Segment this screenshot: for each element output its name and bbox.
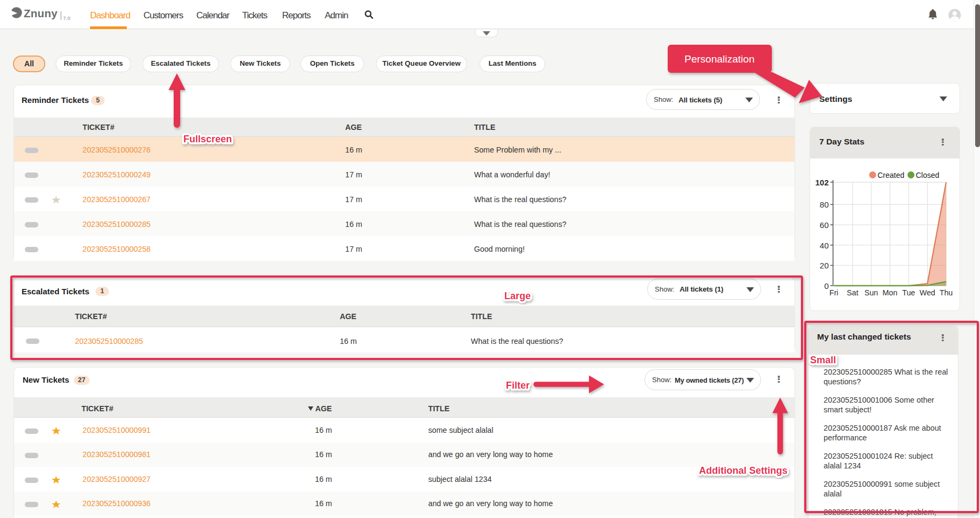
svg-text:Thu: Thu	[940, 288, 952, 297]
svg-text:Wed: Wed	[920, 288, 935, 297]
svg-text:20: 20	[820, 261, 829, 270]
svg-text:Sat: Sat	[847, 288, 858, 297]
svg-text:40: 40	[820, 241, 829, 250]
svg-text:Closed: Closed	[916, 171, 940, 179]
svg-text:Fri: Fri	[830, 288, 839, 297]
svg-text:Tue: Tue	[902, 288, 915, 297]
svg-text:Sun: Sun	[865, 288, 878, 297]
svg-text:102: 102	[815, 178, 828, 187]
svg-text:Mon: Mon	[882, 288, 897, 297]
svg-text:Created: Created	[878, 171, 904, 179]
svg-text:80: 80	[820, 200, 829, 209]
svg-text:60: 60	[820, 220, 829, 230]
svg-text:Personalization: Personalization	[684, 53, 755, 65]
svg-text:0: 0	[824, 281, 828, 291]
